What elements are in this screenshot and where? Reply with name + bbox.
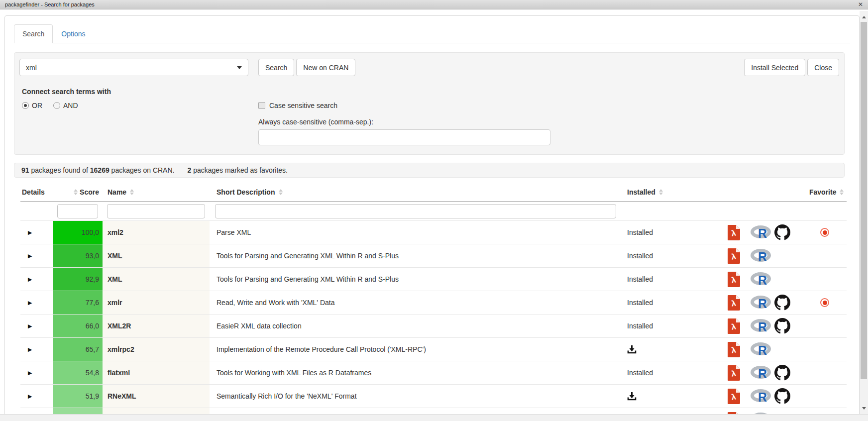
expand-row-icon[interactable]: ▶	[28, 347, 32, 352]
pdf-manual-icon[interactable]: λ	[728, 248, 740, 264]
doc-links-cell: λ R	[720, 315, 803, 337]
installed-cell: Installed	[622, 244, 720, 267]
table-filter-row	[20, 202, 847, 220]
r-logo-icon[interactable]: R	[750, 317, 772, 334]
col-header-name-label: Name	[108, 188, 126, 196]
pdf-manual-icon[interactable]: λ	[728, 295, 740, 311]
col-header-description-label: Short Description	[217, 188, 275, 196]
expand-row-icon[interactable]: ▶	[28, 230, 32, 235]
pdf-manual-icon[interactable]: λ	[728, 272, 740, 287]
window-titlebar[interactable]: packagefinder - Search for packages ✕	[0, 0, 868, 9]
table-row[interactable]: ▶ 66,0 XML2R EasieR XML data collection …	[20, 314, 847, 337]
sort-icon[interactable]	[279, 187, 283, 197]
pdf-manual-icon[interactable]: λ	[728, 225, 740, 240]
favorite-cell	[803, 385, 847, 408]
results-table: Details Score Name Short Description	[20, 183, 847, 414]
col-header-name[interactable]: Name	[103, 187, 210, 197]
installed-cell: Installed	[622, 291, 720, 314]
package-name: xml2	[103, 221, 210, 244]
case-sensitive-option[interactable]: Case sensitive search	[258, 102, 550, 109]
table-row[interactable]: ▶ 92,9 XML Tools for Parsing and Generat…	[20, 267, 847, 291]
search-term-combobox[interactable]: xml	[19, 59, 248, 76]
close-button[interactable]: Close	[807, 59, 839, 76]
score-filter-input[interactable]	[57, 204, 98, 218]
expand-row-icon[interactable]: ▶	[28, 253, 32, 259]
table-row[interactable]: ▶ 54,8 flatxml Tools for Working with XM…	[20, 361, 847, 384]
doc-links-cell: λ R	[720, 221, 803, 244]
window-close-icon[interactable]: ✕	[858, 1, 863, 8]
app-window: packagefinder - Search for packages ✕ Se…	[0, 0, 868, 421]
r-logo-icon[interactable]: R	[750, 224, 772, 241]
pdf-manual-icon[interactable]: λ	[728, 318, 740, 334]
r-logo-icon[interactable]: R	[750, 294, 772, 311]
package-name: XML2R	[103, 315, 210, 337]
github-icon[interactable]	[774, 318, 790, 334]
installed-cell: Installed	[622, 315, 720, 337]
installed-cell	[622, 338, 720, 361]
horizontal-scrollbar[interactable]	[0, 414, 868, 421]
package-description: Parse XML	[210, 221, 622, 244]
name-filter-input[interactable]	[107, 204, 205, 218]
radio-and-icon[interactable]	[53, 102, 60, 109]
install-selected-button[interactable]: Install Selected	[744, 59, 805, 76]
new-on-cran-button[interactable]: New on CRAN	[296, 59, 355, 76]
always-case-input[interactable]	[258, 129, 550, 145]
installed-cell: Installed	[622, 361, 720, 384]
pdf-manual-icon[interactable]: λ	[728, 342, 740, 357]
radio-or[interactable]: OR	[22, 102, 42, 109]
favorite-cell	[803, 338, 847, 361]
github-icon[interactable]	[774, 365, 790, 381]
vertical-scrollbar[interactable]	[860, 11, 868, 414]
expand-row-icon[interactable]: ▶	[28, 394, 32, 399]
github-icon[interactable]	[774, 224, 790, 240]
tab-search[interactable]: Search	[14, 24, 53, 43]
description-filter-input[interactable]	[215, 204, 616, 218]
sort-icon[interactable]	[659, 187, 663, 197]
favorites-text: packages marked as favorites.	[191, 166, 288, 174]
table-row[interactable]: ▶ 51,9 RNeXML Semantically Rich I/O for …	[20, 384, 847, 408]
col-header-favorite[interactable]: Favorite	[803, 187, 847, 197]
r-logo-icon[interactable]: R	[750, 341, 772, 358]
tab-options[interactable]: Options	[53, 24, 94, 43]
favorite-radio-selected[interactable]	[820, 228, 829, 237]
sort-icon[interactable]	[74, 187, 78, 197]
sort-icon[interactable]	[130, 187, 134, 197]
table-row[interactable]: ▶ 93,0 XML Tools for Parsing and Generat…	[20, 244, 847, 267]
table-row[interactable]: ▶ 45,4 rapidxmlr 'Rapidxml' C++ Header F…	[20, 408, 847, 414]
expand-row-icon[interactable]: ▶	[28, 323, 32, 329]
col-header-score[interactable]: Score	[53, 187, 103, 197]
r-logo-icon[interactable]: R	[750, 388, 772, 405]
main-panel: Search Options xml Search New on CRAN In…	[4, 15, 860, 414]
scroll-down-icon[interactable]	[860, 405, 868, 413]
github-icon[interactable]	[774, 295, 790, 311]
package-description: Tools for Parsing and Generating XML Wit…	[210, 268, 622, 291]
pdf-manual-icon[interactable]: λ	[728, 365, 740, 381]
table-row[interactable]: ▶ 65,7 xmlrpc2 Implementation of the Rem…	[20, 337, 847, 361]
col-header-installed[interactable]: Installed	[622, 187, 720, 197]
r-logo-icon[interactable]: R	[750, 271, 772, 288]
expand-row-icon[interactable]: ▶	[28, 277, 32, 282]
found-text: packages found of	[29, 166, 90, 174]
col-header-description[interactable]: Short Description	[210, 187, 622, 197]
expand-row-icon[interactable]: ▶	[28, 370, 32, 376]
r-logo-icon[interactable]: R	[750, 364, 772, 381]
favorite-cell	[803, 361, 847, 384]
col-header-details[interactable]: Details	[20, 188, 53, 196]
table-row[interactable]: ▶ 100,0 xml2 Parse XML Installed λ R	[20, 220, 847, 244]
package-description: Semantically Rich I/O for the 'NeXML' Fo…	[210, 385, 622, 408]
package-name: xmlr	[103, 291, 210, 314]
case-sensitive-checkbox[interactable]	[258, 102, 265, 109]
favorite-radio-selected[interactable]	[820, 298, 829, 307]
expand-row-icon[interactable]: ▶	[28, 300, 32, 306]
favorite-cell	[803, 408, 847, 414]
table-row[interactable]: ▶ 77,6 xmlr Read, Write and Work with 'X…	[20, 291, 847, 314]
pdf-manual-icon[interactable]: λ	[728, 389, 740, 404]
r-logo-icon[interactable]: R	[750, 247, 772, 264]
github-icon[interactable]	[774, 388, 790, 404]
radio-or-icon[interactable]	[22, 102, 29, 109]
search-button[interactable]: Search	[258, 59, 294, 76]
vertical-scrollbar-thumb[interactable]	[861, 22, 867, 379]
radio-and[interactable]: AND	[53, 102, 78, 109]
scroll-up-icon[interactable]	[860, 12, 868, 20]
sort-icon[interactable]	[840, 187, 844, 197]
